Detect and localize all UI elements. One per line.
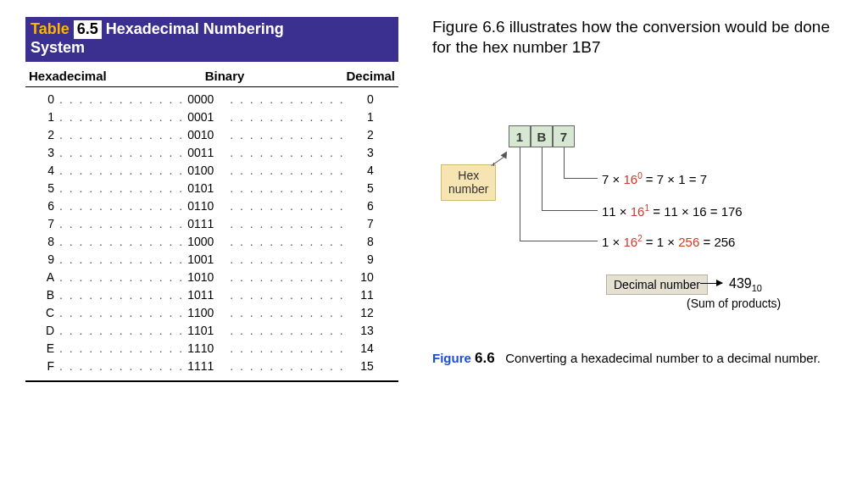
leader-dots: . . . . . . . . . . . . . [56, 269, 187, 286]
leader-dots: . . . . . . . . . . . . [226, 91, 348, 108]
cell-dec: 13 [348, 322, 374, 340]
table-row: F. . . . . . . . . . . . .1111. . . . . … [29, 358, 395, 375]
table-row: 7. . . . . . . . . . . . .0111. . . . . … [29, 215, 395, 233]
cell-dec: 15 [348, 358, 374, 375]
cell-bin: 1010 [187, 269, 226, 286]
cell-dec: 1 [348, 108, 374, 126]
leader-dots: . . . . . . . . . . . . . [56, 251, 187, 269]
connector-line [520, 147, 520, 241]
leader-dots: . . . . . . . . . . . . [226, 251, 348, 269]
leader-dots: . . . . . . . . . . . . [226, 126, 348, 144]
table-row: 6. . . . . . . . . . . . .0110. . . . . … [29, 197, 395, 215]
cell-hex: F [29, 358, 56, 375]
leader-dots: . . . . . . . . . . . . . [56, 108, 187, 126]
leader-dots: . . . . . . . . . . . . [226, 162, 348, 180]
hex-digit-b: B [531, 125, 553, 147]
connector-line [564, 147, 565, 178]
table-row: 4. . . . . . . . . . . . .0100. . . . . … [29, 162, 395, 180]
cell-hex: 6 [29, 197, 56, 215]
leader-dots: . . . . . . . . . . . . . [56, 340, 187, 358]
cell-dec: 12 [348, 304, 374, 322]
leader-dots: . . . . . . . . . . . . [226, 286, 348, 304]
figure-caption-text: Converting a hexadecimal number to a dec… [505, 351, 821, 365]
table-row: B. . . . . . . . . . . . .1011. . . . . … [29, 286, 395, 304]
leader-dots: . . . . . . . . . . . . [226, 358, 348, 375]
table-row: 2. . . . . . . . . . . . .0010. . . . . … [29, 126, 395, 144]
cell-hex: B [29, 286, 56, 304]
leader-dots: . . . . . . . . . . . . [226, 233, 348, 251]
cell-hex: 3 [29, 144, 56, 162]
leader-dots: . . . . . . . . . . . . . [56, 126, 187, 144]
col-hex: Hexadecimal [29, 69, 131, 83]
cell-dec: 7 [348, 215, 374, 233]
table-number: 6.5 [74, 20, 102, 39]
connector-line [520, 241, 598, 241]
leader-dots: . . . . . . . . . . . . . [56, 197, 187, 215]
leader-dots: . . . . . . . . . . . . [226, 215, 348, 233]
table-row: 3. . . . . . . . . . . . .0011. . . . . … [29, 144, 395, 162]
table-row: 5. . . . . . . . . . . . .0101. . . . . … [29, 180, 395, 197]
cell-hex: C [29, 304, 56, 322]
cell-bin: 0110 [187, 197, 226, 215]
cell-hex: 2 [29, 126, 56, 144]
calc-row-3: 1 × 162 = 1 × 256 = 256 [602, 234, 735, 249]
leader-dots: . . . . . . . . . . . . . [56, 358, 187, 375]
sum-of-products-note: (Sum of products) [687, 297, 781, 310]
intro-paragraph: Figure 6.6 illustrates how the conversio… [432, 17, 843, 58]
cell-hex: D [29, 322, 56, 340]
table-title: Hexadecimal Numbering [106, 20, 284, 37]
table-row: 9. . . . . . . . . . . . .1001. . . . . … [29, 251, 395, 269]
cell-dec: 3 [348, 144, 374, 162]
table-row: A. . . . . . . . . . . . .1010. . . . . … [29, 269, 395, 286]
figure-6-6-diagram: 1 B 7 Hex number 7 × 16 [432, 125, 843, 346]
leader-dots: . . . . . . . . . . . . [226, 322, 348, 340]
cell-bin: 0100 [187, 162, 226, 180]
leader-dots: . . . . . . . . . . . . [226, 197, 348, 215]
cell-bin: 1110 [187, 340, 226, 358]
leader-dots: . . . . . . . . . . . . . [56, 322, 187, 340]
leader-dots: . . . . . . . . . . . . [226, 340, 348, 358]
connector-line [542, 210, 598, 211]
figure-caption: Figure 6.6 Converting a hexadecimal numb… [432, 349, 843, 369]
figure-label: Figure [432, 351, 471, 365]
connector-line [542, 147, 542, 210]
table-row: E. . . . . . . . . . . . .1110. . . . . … [29, 340, 395, 358]
cell-dec: 8 [348, 233, 374, 251]
cell-hex: 5 [29, 180, 56, 197]
table-row: D. . . . . . . . . . . . .1101. . . . . … [29, 322, 395, 340]
table-title-bar: Table 6.5 Hexadecimal Numbering System [25, 17, 398, 62]
hex-digit-7: 7 [553, 125, 575, 147]
cell-hex: 8 [29, 233, 56, 251]
table-column-headers: Hexadecimal Binary Decimal [25, 62, 398, 87]
calc-row-2: 11 × 161 = 11 × 16 = 176 [602, 203, 743, 219]
cell-bin: 0111 [187, 215, 226, 233]
leader-dots: . . . . . . . . . . . . [226, 144, 348, 162]
cell-bin: 1100 [187, 304, 226, 322]
cell-bin: 1011 [187, 286, 226, 304]
arrow-right-icon [700, 283, 722, 284]
cell-dec: 9 [348, 251, 374, 269]
table-row: C. . . . . . . . . . . . .1100. . . . . … [29, 304, 395, 322]
cell-bin: 1000 [187, 233, 226, 251]
cell-hex: 1 [29, 108, 56, 126]
connector-line [564, 178, 598, 179]
hex-digit-boxes: 1 B 7 [509, 125, 575, 147]
hex-number-label: Hex number [441, 164, 496, 202]
cell-hex: 4 [29, 162, 56, 180]
cell-hex: E [29, 340, 56, 358]
leader-dots: . . . . . . . . . . . . . [56, 304, 187, 322]
cell-hex: 9 [29, 251, 56, 269]
cell-hex: A [29, 269, 56, 286]
leader-dots: . . . . . . . . . . . . . [56, 215, 187, 233]
leader-dots: . . . . . . . . . . . . [226, 180, 348, 197]
cell-hex: 7 [29, 215, 56, 233]
calc-row-1: 7 × 160 = 7 × 1 = 7 [602, 171, 707, 186]
col-bin: Binary [165, 69, 284, 83]
table-row: 0. . . . . . . . . . . . .0000. . . . . … [29, 91, 395, 108]
leader-dots: . . . . . . . . . . . . . [56, 91, 187, 108]
leader-dots: . . . . . . . . . . . . [226, 108, 348, 126]
leader-dots: . . . . . . . . . . . . . [56, 162, 187, 180]
cell-bin: 0001 [187, 108, 226, 126]
connector-line [491, 156, 504, 165]
cell-bin: 1111 [187, 358, 226, 375]
